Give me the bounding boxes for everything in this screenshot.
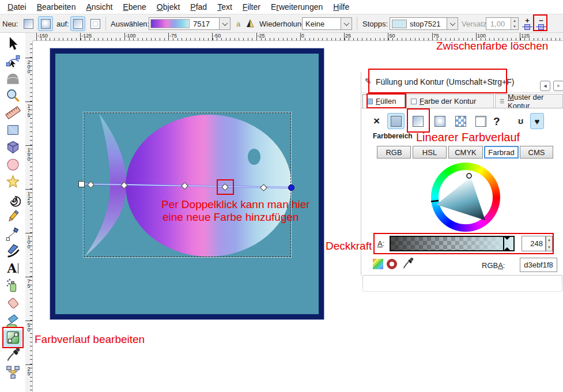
tool-star[interactable] [3, 174, 22, 191]
tab-label: Füllen [376, 97, 396, 105]
ruler-major-tick [124, 33, 125, 40]
tab-fill[interactable]: Füllen [362, 94, 405, 108]
gradient-select-combo[interactable]: 7517 [149, 17, 231, 30]
ellipse-icon [5, 157, 21, 175]
new-radial-gradient-button[interactable] [38, 16, 53, 31]
edit-gradient-icon[interactable] [245, 19, 255, 28]
tool-tweak[interactable] [3, 70, 22, 88]
tool-pencil[interactable] [3, 209, 22, 226]
fill-unknown-button[interactable]: ? [493, 115, 500, 128]
chevron-down-icon[interactable] [219, 18, 230, 29]
tab-stroke-paint[interactable]: Farbe der Kontur [406, 94, 494, 108]
ruler-label: -50 [213, 33, 221, 39]
out-of-gamut-icon[interactable] [387, 259, 397, 269]
menu-item-filter[interactable]: Filter [237, 2, 266, 12]
slider-handle-icon[interactable] [503, 237, 510, 250]
alpha-slider[interactable] [390, 236, 515, 251]
tool-paint-bucket[interactable] [3, 312, 22, 330]
apply-to-stroke-button[interactable] [88, 16, 103, 31]
fill-swatch-button[interactable] [472, 113, 489, 129]
color-managed-icon[interactable] [373, 259, 383, 269]
dialog-title-bar[interactable]: ✎ Füllung und Kontur (Umschalt+Strg+F) ◄… [361, 73, 563, 93]
color-space-label: Farbbereich [373, 132, 413, 140]
fill-linear-gradient-button[interactable] [409, 113, 426, 129]
offset-spinbox[interactable]: 1,00 ▲▼ [486, 17, 519, 30]
tool-measure[interactable] [3, 105, 22, 122]
rgba-value-input[interactable]: d3ebf1f8 [520, 258, 557, 272]
fill-rule-nonzero-button[interactable]: ♥ [530, 113, 544, 129]
gradient-stop-handle-circle[interactable] [288, 184, 294, 191]
menu-item-text[interactable]: Text [212, 2, 237, 12]
zoom-icon [5, 88, 21, 105]
ruler-label: 175 [26, 103, 32, 117]
minus-icon: − [539, 18, 543, 24]
gradient-stop-handle-square[interactable] [78, 181, 85, 187]
remove-stop-button[interactable]: − [535, 16, 547, 32]
tool-dropper[interactable] [3, 347, 22, 364]
tool-selector[interactable] [3, 36, 22, 53]
ruler-corner [25, 33, 33, 41]
tool-bezier-pen[interactable] [3, 226, 22, 243]
fill-none-button[interactable]: × [373, 115, 380, 127]
tool-zoom[interactable] [3, 88, 22, 105]
menu-item-ansicht[interactable]: Ansicht [81, 2, 118, 12]
mode-button-cms[interactable]: CMS [520, 146, 553, 159]
mode-button-farbrad[interactable]: Farbrad [484, 146, 519, 159]
spiral-icon [5, 191, 21, 209]
stop-select-combo[interactable]: stop7521 [390, 17, 458, 30]
new-linear-gradient-button[interactable] [21, 16, 36, 31]
apply-to-fill-button[interactable] [70, 16, 85, 31]
ruler-label: 200 [26, 59, 32, 73]
menu-item-hilfe[interactable]: Hilfe [328, 2, 354, 12]
tool-node-editor[interactable] [3, 53, 22, 70]
ruler-major-tick [344, 33, 345, 40]
pencil-icon [5, 209, 21, 227]
collapse-button[interactable]: ◄ [540, 81, 550, 91]
menu-item-erweiterungen[interactable]: Erweiterungen [266, 2, 328, 12]
stroke-style-tab-icon: ☰ [500, 99, 505, 104]
repeat-combo[interactable]: Keine [302, 17, 352, 30]
lock-icon[interactable]: a [236, 20, 240, 28]
tool-ellipse[interactable] [3, 157, 22, 174]
ruler-major-tick [432, 33, 433, 40]
star-icon [5, 174, 21, 192]
ruler-label: 150 [26, 147, 32, 161]
menu-item-pfad[interactable]: Pfad [185, 2, 212, 12]
alpha-spinner[interactable]: ▲▼ [546, 236, 553, 251]
mode-button-rgb[interactable]: RGB [377, 146, 411, 159]
tool-calligraphy[interactable] [3, 243, 22, 261]
menu-item-bearbeiten[interactable]: Bearbeiten [32, 2, 81, 12]
vertical-ruler[interactable]: 200175150125100755025 [25, 33, 33, 392]
tool-spiral[interactable] [3, 191, 22, 209]
radial-gradient-icon [41, 19, 51, 29]
tool-connector[interactable] [3, 364, 22, 382]
fill-rule-evenodd-button[interactable]: ʊ [518, 116, 523, 126]
tool-spray[interactable] [3, 278, 22, 295]
menu-item-objekt[interactable]: Objekt [152, 2, 185, 12]
menu-item-ebene[interactable]: Ebene [118, 2, 152, 12]
fill-flat-color-button[interactable] [387, 113, 405, 129]
chevron-down-icon[interactable] [447, 18, 458, 29]
ruler-major-tick [25, 145, 32, 146]
tool-box-3d[interactable] [3, 140, 22, 157]
tab-label: Muster der Kontur [508, 93, 558, 110]
spinner-arrows-icon[interactable]: ▲▼ [511, 18, 518, 29]
mode-button-hsl[interactable]: HSL [413, 146, 447, 159]
fill-pattern-button[interactable] [452, 113, 469, 129]
tool-rectangle[interactable] [3, 122, 22, 140]
ruler-major-tick [25, 277, 32, 277]
saturation-value-triangle[interactable] [431, 163, 500, 232]
tool-text[interactable]: A [3, 261, 22, 278]
add-stop-button[interactable]: + [521, 16, 534, 32]
tab-stroke-style[interactable]: ☰ Muster der Kontur [495, 94, 563, 108]
close-icon[interactable]: × [553, 81, 563, 91]
tool-gradient[interactable] [3, 330, 22, 347]
dropper-icon[interactable] [402, 257, 414, 270]
menu-item-datei[interactable]: Datei [2, 2, 32, 12]
chevron-down-icon[interactable] [341, 18, 352, 29]
alpha-value-input[interactable]: 248 [522, 236, 546, 251]
fill-radial-gradient-button[interactable] [431, 113, 448, 129]
mode-button-cmyk[interactable]: CMYK [448, 146, 483, 159]
tool-eraser[interactable] [3, 295, 22, 312]
hue-marker-icon [431, 201, 439, 202]
